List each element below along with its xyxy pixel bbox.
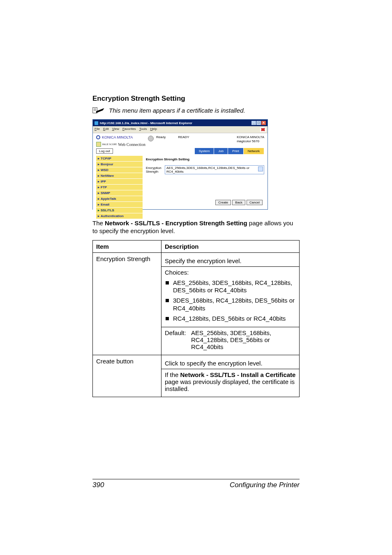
description-table: Item Description Encryption Strength Spe… [92, 240, 300, 398]
device-brand: KONICA MINOLTA [237, 135, 264, 139]
close-button[interactable]: X [261, 121, 266, 125]
choice-item: AES_256bits, 3DES_168bits, RC4_128bits, … [165, 279, 296, 295]
choice-item: 3DES_168bits, RC4_128bits, DES_56bits or… [165, 297, 296, 312]
content-panel: Encryption Strength Setting Encryption S… [143, 156, 267, 215]
footer-section: Configuring the Printer [230, 481, 300, 489]
row1-desc: Specify the encryption level. Choices: A… [161, 252, 300, 355]
logout-button[interactable]: Log out [96, 148, 113, 154]
encryption-value: AES_256bits,3DES_168bits,RC4_128bits,DES… [166, 166, 259, 173]
sidebar-item-netware[interactable]: ▸NetWare [96, 173, 143, 178]
action-buttons: Create Back Cancel [215, 200, 263, 205]
ie-logo-icon [260, 127, 266, 132]
row2-desc: Click to specify the encryption level. I… [161, 355, 300, 397]
create-button[interactable]: Create [215, 200, 231, 205]
encryption-select[interactable]: AES_256bits,3DES_168bits,RC4_128bits,DES… [165, 165, 264, 174]
tab-print[interactable]: Print [228, 148, 243, 154]
tab-system[interactable]: System [195, 148, 214, 154]
cancel-button[interactable]: Cancel [247, 200, 263, 205]
intro-paragraph: The Network - SSL/TLS - Encryption Stren… [92, 220, 300, 235]
sidebar-item-appletalk[interactable]: ▸AppleTalk [96, 196, 143, 201]
status: Ready READY [148, 135, 189, 141]
menu-help[interactable]: Help [150, 127, 157, 132]
menu-edit[interactable]: Edit [103, 127, 109, 132]
note-text: This menu item appears if a certificate … [109, 107, 245, 114]
tab-job[interactable]: Job [214, 148, 228, 154]
brand-text: KONICA MINOLTA [102, 135, 133, 139]
printer-icon [148, 136, 154, 141]
note: This menu item appears if a certificate … [92, 107, 300, 114]
th-item: Item [93, 240, 161, 252]
menu-favorites[interactable]: Favorites [122, 127, 136, 132]
choice-item: RC4_128bits, DES_56bits or RC4_40bits [165, 315, 296, 323]
table-row: Encryption Strength Specify the encrypti… [93, 252, 300, 355]
window-title: http://192.168.1.2/a_index.html - Micros… [100, 121, 192, 125]
sidebar-item-snmp[interactable]: ▸SNMP [96, 190, 143, 196]
webconn-text: Web Connection [118, 142, 145, 147]
browser-menubar[interactable]: File Edit View Favorites Tools Help [93, 126, 267, 133]
menu-file[interactable]: File [95, 127, 100, 132]
window-controls[interactable]: _ □ X [251, 121, 266, 125]
device-model: magicolor 5670 [237, 139, 264, 143]
tabs: System Job Print Network [195, 148, 264, 154]
tab-network[interactable]: Network [244, 148, 264, 154]
window-titlebar: http://192.168.1.2/a_index.html - Micros… [93, 120, 267, 126]
default-label: Default: [165, 329, 188, 350]
row2-item: Create button [93, 355, 161, 397]
brand-logo-icon [96, 135, 100, 139]
screenshot: http://192.168.1.2/a_index.html - Micros… [92, 119, 268, 210]
sidebar-item-ssltls[interactable]: ▸SSL/TLS [96, 208, 143, 213]
sidebar-item-tcpip[interactable]: ▸TCP/IP [96, 156, 143, 161]
ie-icon [95, 121, 98, 125]
sidebar-item-bonjour[interactable]: ▸Bonjour [96, 162, 143, 167]
row1-item: Encryption Strength [93, 252, 161, 355]
app-header: KONICA MINOLTA PAGE SCOPEWeb Connection … [93, 133, 267, 148]
brand: KONICA MINOLTA [96, 135, 145, 139]
sidebar-item-ipp[interactable]: ▸IPP [96, 179, 143, 184]
sidebar: ▸TCP/IP ▸Bonjour ▸WSD ▸NetWare ▸IPP ▸FTP… [93, 156, 143, 215]
minimize-button[interactable]: _ [251, 121, 256, 125]
page-number: 390 [92, 481, 104, 489]
back-button[interactable]: Back [232, 200, 245, 205]
section-heading: Encryption Strength Setting [92, 95, 300, 103]
menu-tools[interactable]: Tools [139, 127, 147, 132]
menu-view[interactable]: View [112, 127, 119, 132]
status-ready-big: READY [178, 135, 189, 139]
device-info: KONICA MINOLTA magicolor 5670 [237, 135, 264, 143]
chevron-down-icon: ▾ [261, 167, 262, 170]
content-title: Encryption Strength Setting [146, 157, 264, 161]
web-connection: PAGE SCOPEWeb Connection [96, 142, 145, 147]
page-footer: 390 Configuring the Printer [92, 479, 300, 489]
sidebar-item-email[interactable]: ▸Email [96, 202, 143, 207]
default-value: AES_256bits, 3DES_168bits, RC4_128bits, … [191, 329, 296, 350]
sidebar-item-ftp[interactable]: ▸FTP [96, 185, 143, 190]
sidebar-item-wsd[interactable]: ▸WSD [96, 167, 143, 173]
encryption-label: Encryption Strength [146, 166, 162, 173]
status-ready: Ready [156, 135, 166, 139]
note-icon [92, 107, 105, 114]
sidebar-item-auth[interactable]: ▸Authentication [96, 213, 143, 219]
th-desc: Description [161, 240, 300, 252]
pagescope-icon [96, 142, 101, 147]
table-row: Create button Click to specify the encry… [93, 355, 300, 397]
maximize-button[interactable]: □ [256, 121, 261, 125]
